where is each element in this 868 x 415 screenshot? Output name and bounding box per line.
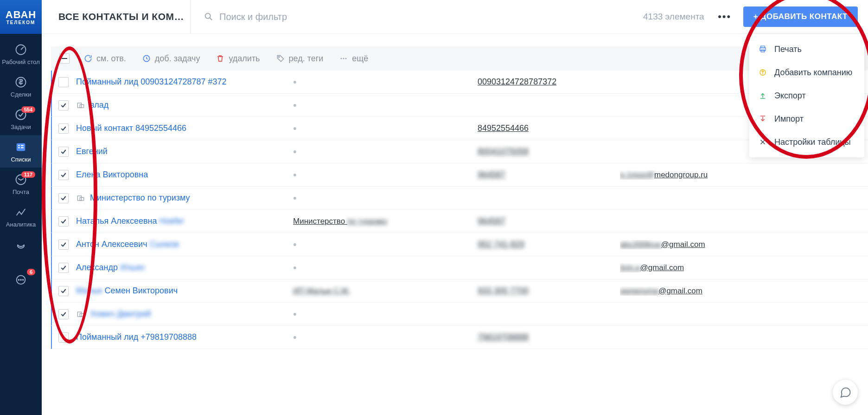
table-row: Пойманный лид +79819708888•79819708888 <box>51 326 868 349</box>
sidebar-label: Аналитика <box>6 221 36 228</box>
coin-icon <box>758 67 768 78</box>
contact-phone[interactable]: 952 741-829 <box>478 240 524 249</box>
contact-name[interactable]: Министерство по туризму <box>90 193 190 203</box>
add-contact-button[interactable]: + ДОБАВИТЬ КОНТАКТ <box>743 6 858 27</box>
sidebar-badge: 6 <box>27 269 35 275</box>
action-delete[interactable]: удалить <box>216 54 260 64</box>
sidebar-item-extra[interactable] <box>0 233 42 265</box>
action-change-responsible[interactable]: см. отв. <box>83 54 126 64</box>
table-row: Александр Ильин•ilyin.a@gmail.com <box>51 256 868 279</box>
svg-rect-23 <box>77 103 81 108</box>
contact-name[interactable]: Елена Викторовна <box>76 170 148 180</box>
contact-phone[interactable]: 964587 <box>478 170 505 180</box>
trash-icon <box>216 54 225 63</box>
contact-name[interactable]: влад <box>90 100 108 110</box>
contact-phone[interactable]: 00903124728787372 <box>478 77 556 87</box>
action-more[interactable]: ещё <box>339 54 368 64</box>
row-checkbox[interactable] <box>58 286 69 296</box>
svg-point-11 <box>20 279 21 280</box>
menu-print[interactable]: Печать <box>749 38 864 61</box>
sidebar-item-lists[interactable]: Списки <box>0 135 42 168</box>
row-checkbox[interactable] <box>58 263 69 273</box>
gauge-icon <box>14 43 28 57</box>
row-checkbox[interactable] <box>58 332 69 343</box>
menu-table-settings[interactable]: Настройки таблицы <box>749 130 864 154</box>
action-add-task[interactable]: доб. задачу <box>142 54 200 64</box>
contact-phone[interactable]: 964587 <box>478 216 505 226</box>
refresh-icon <box>83 54 93 63</box>
contact-company: • <box>293 146 297 158</box>
clock-icon <box>142 54 151 63</box>
svg-rect-26 <box>80 197 83 201</box>
sidebar-label: Задачи <box>11 123 31 130</box>
svg-rect-27 <box>77 312 81 317</box>
contact-name[interactable]: Пойманный лид +79819708888 <box>76 332 197 342</box>
row-checkbox[interactable] <box>58 309 69 319</box>
contact-email[interactable]: abc2006rus@gmail.com <box>620 240 705 249</box>
sidebar-label: Списки <box>11 156 31 163</box>
contact-company: • <box>293 239 297 251</box>
menu-label: Добавить компанию <box>774 68 852 78</box>
contact-name[interactable]: Малык Семен Викторович <box>76 286 178 296</box>
contact-phone[interactable]: 84952554466 <box>478 123 529 133</box>
sidebar-item-tasks[interactable]: Задачи 554 <box>0 103 42 135</box>
contact-phone[interactable]: 79819708888 <box>478 332 529 342</box>
search-input[interactable]: Поиск и фильтр <box>191 12 643 22</box>
contact-name[interactable]: Наталья Алексеевна Hoefer <box>76 216 184 226</box>
contact-phone[interactable]: 80041075058 <box>478 147 529 156</box>
svg-point-12 <box>23 279 24 280</box>
action-label: удалить <box>229 54 260 64</box>
row-checkbox[interactable] <box>58 216 69 227</box>
sidebar-item-chat[interactable]: 6 <box>0 265 42 298</box>
action-label: ещё <box>352 54 368 64</box>
row-checkbox[interactable] <box>58 240 69 250</box>
more-menu-trigger[interactable]: ••• <box>715 11 734 23</box>
menu-import[interactable]: Импорт <box>749 107 864 130</box>
row-checkbox[interactable] <box>58 147 69 157</box>
menu-label: Импорт <box>774 114 804 124</box>
row-checkbox[interactable] <box>58 193 69 203</box>
sidebar-item-desktop[interactable]: Рабочий стол <box>0 38 42 70</box>
contact-company[interactable]: Министерство по туризму <box>293 217 388 226</box>
table-row: Малык Семен Викторович ИП Малык С.М.933 … <box>51 279 868 303</box>
menu-export[interactable]: Экспорт <box>749 84 864 107</box>
contact-company: • <box>293 192 297 204</box>
chat-fab[interactable] <box>833 380 858 405</box>
action-edit-tags[interactable]: ред. теги <box>276 54 324 64</box>
dots-icon <box>339 54 348 63</box>
contact-email[interactable]: e.1moo@medongroup.ru <box>620 170 708 180</box>
logo-line2: ТЕЛЕКОМ <box>6 20 36 25</box>
contact-name[interactable]: Антон Алексеевич Сынков <box>76 240 179 249</box>
select-all-checkbox[interactable] <box>59 53 70 64</box>
contact-name[interactable]: Александр Ильин <box>76 263 145 272</box>
horseshoe-icon <box>14 241 28 255</box>
chart-icon <box>14 205 28 219</box>
contact-company[interactable]: ИП Малык С.М. <box>293 286 350 296</box>
svg-point-21 <box>343 58 345 59</box>
contact-email[interactable]: semenvma@gmail.com <box>620 286 702 296</box>
table-row: Хомич Дмитрий• <box>51 303 868 326</box>
contact-email[interactable]: ilyin.a@gmail.com <box>620 263 684 272</box>
contact-name[interactable]: Хомич Дмитрий <box>90 309 151 319</box>
svg-rect-25 <box>77 196 81 201</box>
speech-bubble-icon <box>839 386 852 399</box>
contact-name[interactable]: Евгений <box>76 147 108 156</box>
sidebar-item-analytics[interactable]: Аналитика <box>0 200 42 233</box>
sidebar-item-deals[interactable]: Сделки <box>0 70 42 103</box>
contact-company: • <box>293 99 297 111</box>
sidebar-item-mail[interactable]: Почта 117 <box>0 168 42 200</box>
chat-icon <box>14 273 28 287</box>
company-icon <box>76 310 85 319</box>
row-checkbox[interactable] <box>58 123 69 134</box>
contact-name[interactable]: Пойманный лид 00903124728787 #372 <box>76 77 227 87</box>
sidebar-badge: 554 <box>21 106 35 113</box>
menu-add-company[interactable]: Добавить компанию <box>749 61 864 84</box>
table-row: влад• <box>51 94 868 117</box>
row-checkbox[interactable] <box>58 100 69 110</box>
contact-phone[interactable]: 933 300 7700 <box>478 286 529 296</box>
row-checkbox[interactable] <box>58 77 69 87</box>
more-menu-dropdown: Печать Добавить компанию Экспорт Импорт … <box>749 34 864 157</box>
contact-name[interactable]: Новый контакт 84952554466 <box>76 123 186 133</box>
row-checkbox[interactable] <box>58 170 69 180</box>
table-row: Елена Викторовна•964587e.1moo@medongroup… <box>51 163 868 187</box>
